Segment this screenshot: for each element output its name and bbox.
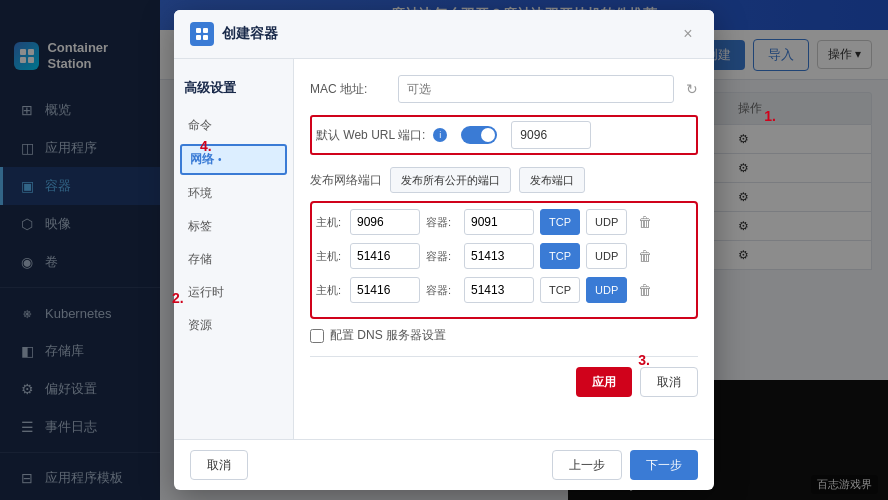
dialog-nav-resources[interactable]: 资源 <box>174 309 293 342</box>
next-button[interactable]: 下一步 <box>630 450 698 480</box>
dialog-nav-command[interactable]: 命令 <box>174 109 293 142</box>
prev-button[interactable]: 上一步 <box>552 450 622 480</box>
dns-label: 配置 DNS 服务器设置 <box>330 327 446 344</box>
host-label-2: 主机: <box>316 249 344 264</box>
apply-row: 应用 取消 <box>310 356 698 397</box>
info-icon[interactable]: i <box>433 128 447 142</box>
dialog-footer: 取消 上一步 下一步 <box>174 439 714 490</box>
dialog-body: 高级设置 命令 网络 • 环境 标签 存储 运行时 资源 <box>174 59 714 439</box>
svg-rect-4 <box>196 28 201 33</box>
web-url-label: 默认 Web URL 端口: <box>316 127 425 144</box>
cancel-button-2[interactable]: 取消 <box>640 367 698 397</box>
host-port-1[interactable] <box>350 209 420 235</box>
dns-row: 配置 DNS 服务器设置 <box>310 327 698 344</box>
container-label-2: 容器: <box>426 249 458 264</box>
port-section-header: 发布网络端口 发布所有公开的端口 发布端口 <box>310 167 698 193</box>
dialog: 创建容器 × 高级设置 命令 网络 • 环境 标签 存储 <box>174 10 714 490</box>
dialog-content: MAC 地址: ↻ 默认 Web URL 端口: i 发布网络端口 <box>294 59 714 439</box>
tcp-button-1[interactable]: TCP <box>540 209 580 235</box>
dialog-title: 创建容器 <box>222 25 678 43</box>
udp-button-1[interactable]: UDP <box>586 209 627 235</box>
modal-overlay: 创建容器 × 高级设置 命令 网络 • 环境 标签 存储 <box>0 0 888 500</box>
dialog-nav-storage[interactable]: 存储 <box>174 243 293 276</box>
main-container: 魔神决怎么双开？魔神决双开挂机软件推荐 Container Station ⊞ … <box>0 0 888 500</box>
ports-container: 主机: 容器: TCP UDP 🗑 主机: 容器: <box>310 201 698 319</box>
udp-button-2[interactable]: UDP <box>586 243 627 269</box>
dialog-nav-labels[interactable]: 标签 <box>174 210 293 243</box>
host-port-2[interactable] <box>350 243 420 269</box>
mac-address-row: MAC 地址: ↻ <box>310 75 698 103</box>
dialog-header: 创建容器 × <box>174 10 714 59</box>
publish-button[interactable]: 发布端口 <box>519 167 585 193</box>
apply-button[interactable]: 应用 <box>576 367 632 397</box>
web-url-toggle[interactable] <box>461 126 497 144</box>
delete-port-2[interactable]: 🗑 <box>633 244 657 268</box>
dns-checkbox[interactable] <box>310 329 324 343</box>
port-row-1: 主机: 容器: TCP UDP 🗑 <box>316 209 692 235</box>
container-label-3: 容器: <box>426 283 458 298</box>
mac-label: MAC 地址: <box>310 81 390 98</box>
dialog-close-button[interactable]: × <box>678 24 698 44</box>
network-bullet: • <box>218 154 222 165</box>
delete-port-3[interactable]: 🗑 <box>633 278 657 302</box>
web-url-row: 默认 Web URL 端口: i <box>310 115 698 155</box>
annotation-1: 1. <box>764 108 776 124</box>
container-label-1: 容器: <box>426 215 458 230</box>
tcp-button-3[interactable]: TCP <box>540 277 580 303</box>
web-url-input[interactable] <box>511 121 591 149</box>
container-port-2[interactable] <box>464 243 534 269</box>
dialog-header-icon <box>190 22 214 46</box>
tcp-button-2[interactable]: TCP <box>540 243 580 269</box>
host-port-3[interactable] <box>350 277 420 303</box>
delete-port-1[interactable]: 🗑 <box>633 210 657 234</box>
dialog-nav-network[interactable]: 网络 • <box>180 144 287 175</box>
network-label: 网络 <box>190 151 214 168</box>
svg-rect-6 <box>196 35 201 40</box>
footer-left: 取消 <box>190 450 248 480</box>
mac-input[interactable] <box>398 75 674 103</box>
udp-button-3[interactable]: UDP <box>586 277 627 303</box>
dialog-nav-runtime[interactable]: 运行时 <box>174 276 293 309</box>
host-label-1: 主机: <box>316 215 344 230</box>
svg-rect-5 <box>203 28 208 33</box>
section-title-label: 高级设置 <box>174 71 293 101</box>
refresh-icon[interactable]: ↻ <box>686 81 698 97</box>
publish-all-button[interactable]: 发布所有公开的端口 <box>390 167 511 193</box>
host-label-3: 主机: <box>316 283 344 298</box>
port-row-2: 主机: 容器: TCP UDP 🗑 <box>316 243 692 269</box>
port-row-3: 主机: 容器: TCP UDP 🗑 <box>316 277 692 303</box>
svg-rect-7 <box>203 35 208 40</box>
port-section-label: 发布网络端口 <box>310 172 382 189</box>
container-port-1[interactable] <box>464 209 534 235</box>
dialog-nav-env[interactable]: 环境 <box>174 177 293 210</box>
cancel-button[interactable]: 取消 <box>190 450 248 480</box>
footer-right: 上一步 下一步 <box>552 450 698 480</box>
dialog-sidebar: 高级设置 命令 网络 • 环境 标签 存储 运行时 资源 <box>174 59 294 439</box>
container-port-3[interactable] <box>464 277 534 303</box>
